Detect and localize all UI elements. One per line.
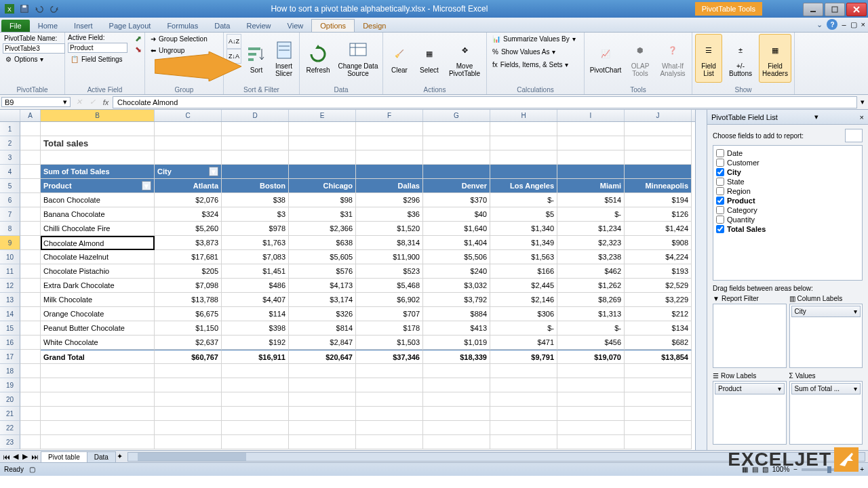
cell[interactable] <box>625 378 692 392</box>
cell[interactable]: Chocolate Hazelnut <box>41 250 155 264</box>
field-region[interactable]: Region <box>716 186 859 196</box>
cell[interactable] <box>557 421 625 435</box>
cell[interactable]: Boston <box>222 179 289 193</box>
cell[interactable]: $306 <box>490 307 557 321</box>
sheet-tab-pivot[interactable]: Pivot table <box>41 451 87 462</box>
clear-button[interactable]: 🧹Clear <box>386 34 413 83</box>
formula-bar[interactable]: Chocolate Almond <box>113 96 857 108</box>
cell[interactable]: $60,767 <box>155 350 222 364</box>
cell[interactable] <box>490 150 557 165</box>
cell[interactable]: $13,788 <box>155 293 222 307</box>
cell[interactable] <box>557 378 625 392</box>
cell[interactable]: $1,313 <box>557 307 625 321</box>
cell[interactable]: $3,032 <box>423 279 490 293</box>
cell[interactable] <box>20 321 41 336</box>
fx-icon[interactable]: fx <box>99 98 113 106</box>
field-settings-button[interactable]: 📋Field Settings <box>68 54 132 64</box>
tab-file[interactable]: File <box>1 20 30 32</box>
row-header[interactable]: 9 <box>0 236 20 250</box>
cell[interactable]: $1,563 <box>490 250 557 264</box>
cell[interactable]: $1,262 <box>557 279 625 293</box>
col-header-E[interactable]: E <box>289 110 356 121</box>
tab-data[interactable]: Data <box>206 20 238 32</box>
cell[interactable] <box>289 150 356 165</box>
select-button[interactable]: ▦Select <box>416 34 443 83</box>
show-values-as-button[interactable]: % Show Values As ▾ <box>490 47 578 57</box>
row-header[interactable]: 7 <box>0 207 20 222</box>
cell[interactable] <box>423 421 490 435</box>
cell[interactable] <box>20 122 41 136</box>
maximize-button[interactable] <box>825 3 845 16</box>
cell[interactable] <box>289 364 356 378</box>
cell[interactable]: $3 <box>222 207 289 222</box>
cell[interactable]: $40 <box>423 207 490 222</box>
cell[interactable] <box>20 136 41 150</box>
row-header[interactable]: 12 <box>0 279 20 293</box>
cell[interactable]: $2,445 <box>490 279 557 293</box>
cell[interactable] <box>222 435 289 449</box>
cell[interactable] <box>557 150 625 165</box>
field-checkbox[interactable] <box>716 197 724 205</box>
dropdown-icon[interactable]: ▾ <box>142 181 151 190</box>
cell[interactable] <box>490 407 557 421</box>
cell[interactable]: Los Angeles <box>490 179 557 193</box>
cell[interactable] <box>222 378 289 392</box>
col-header-J[interactable]: J <box>625 110 692 121</box>
cell[interactable]: $514 <box>557 193 625 207</box>
report-filter-dropzone[interactable] <box>713 304 787 368</box>
field-product[interactable]: Product <box>716 196 859 205</box>
col-header-I[interactable]: I <box>557 110 625 121</box>
cell[interactable] <box>490 165 557 179</box>
cell[interactable]: $1,503 <box>356 336 423 350</box>
cell[interactable]: $884 <box>423 307 490 321</box>
row-header[interactable]: 18 <box>0 364 20 378</box>
cell[interactable]: $5,468 <box>356 279 423 293</box>
values-dropzone[interactable]: Sum of Total ...▾ <box>789 381 863 445</box>
zoom-in-icon[interactable]: + <box>860 466 864 473</box>
cell[interactable]: $6,902 <box>356 293 423 307</box>
cell[interactable] <box>20 336 41 350</box>
cell[interactable] <box>20 307 41 321</box>
cell[interactable]: $486 <box>222 279 289 293</box>
cell[interactable]: $- <box>557 321 625 336</box>
field-headers-toggle[interactable]: ▦Field Headers <box>759 34 791 83</box>
col-header-C[interactable]: C <box>155 110 222 121</box>
cell[interactable]: $1,424 <box>625 222 692 236</box>
cell[interactable] <box>41 392 155 407</box>
cell[interactable] <box>222 407 289 421</box>
cell[interactable] <box>625 165 692 179</box>
cell[interactable]: $6,675 <box>155 307 222 321</box>
cell[interactable] <box>356 378 423 392</box>
row-header[interactable]: 5 <box>0 179 20 193</box>
row-header[interactable]: 10 <box>0 250 20 264</box>
cell[interactable] <box>20 293 41 307</box>
pivotchart-button[interactable]: 📈PivotChart <box>587 34 624 83</box>
cell[interactable] <box>20 150 41 165</box>
field-date[interactable]: Date <box>716 148 859 158</box>
cell[interactable] <box>356 435 423 449</box>
field-quantity[interactable]: Quantity <box>716 215 859 224</box>
cell[interactable]: $296 <box>356 193 423 207</box>
cell[interactable] <box>625 435 692 449</box>
cell[interactable]: $682 <box>625 336 692 350</box>
cell[interactable] <box>20 236 41 250</box>
workbook-close-icon[interactable]: × <box>861 20 865 28</box>
cell[interactable]: Chocolate Pistachio <box>41 264 155 279</box>
cell[interactable] <box>222 165 289 179</box>
sort-za-button[interactable]: Z↓A <box>226 49 241 64</box>
field-state[interactable]: State <box>716 177 859 186</box>
cell[interactable] <box>155 421 222 435</box>
cell[interactable] <box>222 136 289 150</box>
cell[interactable]: $36 <box>356 207 423 222</box>
workbook-minimize-icon[interactable]: – <box>842 20 846 28</box>
cell[interactable]: $20,647 <box>289 350 356 364</box>
cell[interactable] <box>423 364 490 378</box>
cell[interactable] <box>625 392 692 407</box>
cell[interactable] <box>557 435 625 449</box>
cell[interactable]: Minneapolis <box>625 179 692 193</box>
tab-view[interactable]: View <box>279 20 312 32</box>
cell[interactable]: $37,346 <box>356 350 423 364</box>
cell[interactable]: Milk Chocolate <box>41 293 155 307</box>
cell[interactable]: $178 <box>356 321 423 336</box>
row-header[interactable]: 23 <box>0 435 20 449</box>
